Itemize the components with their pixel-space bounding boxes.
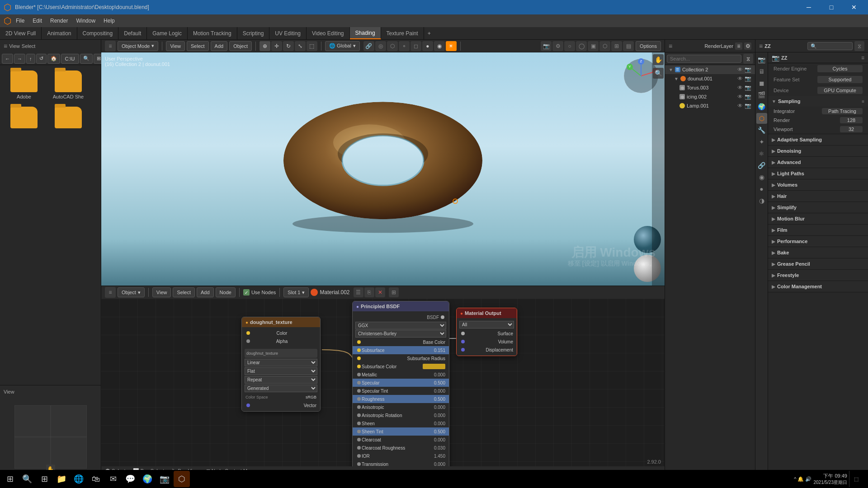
viewport-toolbar-pan[interactable]: ✋ [653, 54, 664, 65]
outliner-item-icing[interactable]: ◎ icing.002 👁 📷 [665, 92, 755, 101]
tab-motion-tracking[interactable]: Motion Tracking [188, 27, 237, 39]
move-tool[interactable]: ✛ [271, 41, 282, 51]
node-editor-mode-icon[interactable]: ≡ [105, 287, 116, 298]
scale-tool[interactable]: ⤡ [295, 41, 306, 51]
tab-uv-editing[interactable]: UV Editing [269, 27, 307, 39]
copy-material-button[interactable]: ⎘ [364, 287, 374, 297]
tab-animation[interactable]: Animation [42, 27, 77, 39]
use-nodes-checkbox[interactable]: ✓ [243, 289, 250, 296]
shading-wireframe[interactable]: ◻ [410, 41, 421, 51]
slot-dropdown[interactable]: Slot 1 [283, 287, 309, 297]
viewport-toolbar-zoom[interactable]: 🔍 [653, 68, 664, 79]
add-workspace-button[interactable]: + [424, 28, 434, 38]
file-explorer-taskbar[interactable]: 📁 [53, 471, 70, 487]
props-tab-scene[interactable]: 🎬 [756, 89, 767, 100]
film-header[interactable]: ▶ Film [768, 225, 868, 235]
node-select-menu[interactable]: Select [173, 287, 195, 297]
props-filter-button[interactable]: ⧖ [854, 41, 864, 51]
transform-space-dropdown[interactable]: 🌐 Global [325, 41, 360, 51]
volumes-header[interactable]: ▶ Volumes [768, 179, 868, 190]
viewport-mode-icon[interactable]: ≡ [105, 41, 116, 52]
subsurface-method-select[interactable]: Christensen-Burley [355, 330, 446, 338]
props-menu-icon[interactable]: ≡ [861, 55, 864, 61]
props-tab-view-layer[interactable]: ◼ [756, 78, 767, 89]
options-button[interactable]: Options [636, 41, 661, 51]
overlay-button[interactable]: ⬡ [387, 41, 398, 51]
folder-autocad[interactable]: AutoCAD She [48, 69, 89, 101]
compositing-button[interactable]: ▤ [623, 41, 634, 51]
grease-pencil-header[interactable]: ▶ Grease Pencil [768, 258, 868, 269]
nav-refresh-button[interactable]: ↺ [36, 54, 47, 64]
torus-camera-icon[interactable]: 📷 [745, 84, 751, 91]
3d-viewport[interactable]: User Perspective (16) Collection 2 | dou… [101, 52, 665, 286]
viewport-shading-options[interactable]: ▣ [588, 41, 599, 51]
transform-tool[interactable]: ⬚ [307, 41, 317, 51]
view-menu-btn[interactable]: View [166, 41, 185, 51]
principled-bsdf-node[interactable]: ● Principled BSDF BSDF GGX [352, 301, 449, 466]
browse-material-button[interactable]: ☰ [354, 287, 363, 297]
denoising-header[interactable]: ▶ Denoising [768, 145, 868, 156]
viewport-settings-button[interactable]: ⚙ [552, 41, 563, 51]
props-tab-object[interactable]: ⬡ [756, 113, 767, 124]
lamp-camera-icon[interactable]: 📷 [745, 103, 751, 109]
menu-render[interactable]: Render [47, 16, 71, 26]
icing-camera-icon[interactable]: 📷 [745, 94, 751, 100]
render-layer-icon[interactable]: ≡ [735, 42, 742, 50]
color-management-button[interactable]: ⬡ [599, 41, 610, 51]
collection-camera-icon[interactable]: 📷 [745, 66, 751, 73]
performance-header[interactable]: ▶ Performance [768, 236, 868, 247]
tab-shading[interactable]: Shading [350, 27, 381, 39]
collection-eye-icon[interactable]: 👁 [737, 66, 743, 73]
use-nodes-toggle[interactable]: ✓ Use Nodes [243, 289, 276, 296]
outliner-item-torus[interactable]: ◎ Torus.003 👁 📷 [665, 83, 755, 92]
snap-button[interactable]: 🔗 [363, 41, 374, 51]
tab-video-editing[interactable]: Video Editing [307, 27, 350, 39]
folder-unknown-2[interactable] [48, 105, 89, 132]
object-menu-btn[interactable]: Object [229, 41, 252, 51]
menu-window[interactable]: Window [72, 16, 99, 26]
source-select[interactable]: Generated [245, 385, 317, 392]
texture-image-picker[interactable]: doughnut_texture [245, 349, 317, 358]
node-add-menu[interactable]: Add [197, 287, 214, 297]
photos-taskbar[interactable]: 📷 [156, 471, 173, 487]
menu-edit[interactable]: Edit [29, 16, 46, 26]
props-tab-data[interactable]: ◉ [756, 172, 767, 183]
maximize-button[interactable]: □ [821, 0, 842, 14]
hair-header[interactable]: ▶ Hair [768, 191, 868, 202]
freestyle-header[interactable]: ▶ Freestyle [768, 270, 868, 281]
node-view-menu[interactable]: View [152, 287, 171, 297]
light-paths-header[interactable]: ▶ Light Paths [768, 168, 868, 179]
nav-forward-button[interactable]: → [14, 54, 25, 64]
proportional-edit-button[interactable]: ◎ [375, 41, 386, 51]
tab-2d-view-full[interactable]: 2D View Full [0, 27, 42, 39]
start-button[interactable]: ⊞ [2, 471, 18, 487]
extension-select[interactable]: Repeat [245, 376, 317, 384]
interpolation-select[interactable]: Linear [245, 359, 317, 366]
collection-2-header[interactable]: ▼ ☰ Collection 2 👁 📷 [665, 65, 755, 74]
render-layer-settings-icon[interactable]: ⚙ [744, 42, 751, 50]
search-button[interactable]: 🔍 [80, 54, 93, 64]
lamp-eye-icon[interactable]: 👁 [737, 103, 743, 109]
add-menu-btn[interactable]: Add [211, 41, 228, 51]
snapping-toggle[interactable]: ⊞ [389, 287, 399, 297]
distribution-select[interactable]: GGX [355, 322, 446, 329]
delete-material-button[interactable]: ✕ [375, 287, 385, 297]
tab-game-logic[interactable]: Game Logic [147, 27, 188, 39]
device-value[interactable]: GPU Compute [817, 87, 863, 94]
edge-taskbar[interactable]: 🌐 [71, 471, 87, 487]
outliner-item-lamp[interactable]: Lamp.001 👁 📷 [665, 101, 755, 110]
dounut-camera-icon[interactable]: 📷 [745, 75, 751, 82]
subsurface-color-swatch[interactable] [423, 364, 445, 369]
render-samples-value[interactable]: 128 [840, 117, 863, 123]
node-node-menu[interactable]: Node [216, 287, 236, 297]
viewport-samples-value[interactable]: 32 [840, 126, 863, 132]
folder-adobe[interactable]: Adobe [4, 69, 44, 101]
close-button[interactable]: ✕ [844, 0, 864, 14]
dounut-eye-icon[interactable]: 👁 [737, 75, 743, 82]
render-engine-value[interactable]: Cycles [817, 65, 863, 72]
menu-help[interactable]: Help [100, 16, 118, 26]
path-input[interactable] [61, 54, 79, 64]
nav-back-button[interactable]: ← [2, 54, 13, 64]
browser-taskbar[interactable]: 🌍 [139, 471, 156, 487]
tab-compositing[interactable]: Compositing [77, 27, 119, 39]
